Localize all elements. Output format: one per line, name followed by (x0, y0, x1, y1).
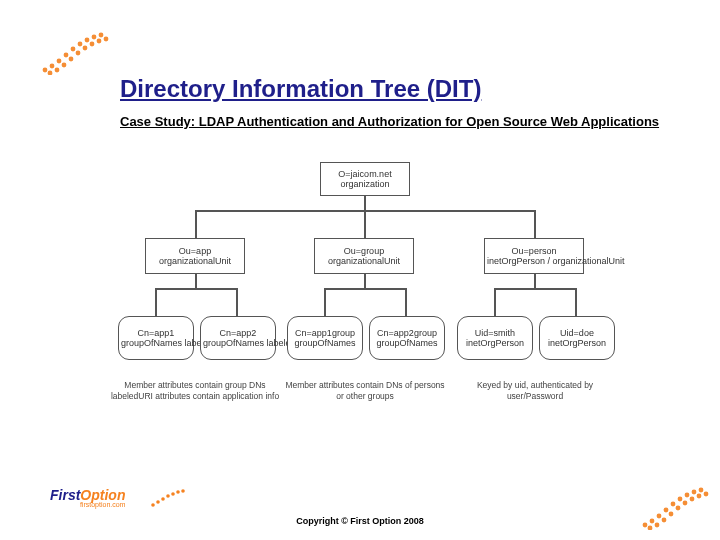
svg-point-4 (71, 47, 76, 52)
node-label: Uid=doe (542, 328, 612, 338)
svg-point-26 (699, 488, 704, 493)
caption-person: Keyed by uid, authenticated by user/Pass… (455, 380, 615, 401)
node-ou-person: Ou=person inetOrgPerson / organizational… (484, 238, 584, 274)
decorative-dots-top (40, 30, 110, 75)
svg-point-34 (697, 494, 702, 499)
company-logo: FirstOption firstoption.com (50, 487, 125, 508)
svg-point-13 (76, 51, 81, 56)
node-ou-group: Ou=group organizationalUnit (314, 238, 414, 274)
node-class: groupOfNames (372, 338, 442, 348)
svg-point-21 (664, 508, 669, 513)
svg-point-38 (161, 497, 165, 501)
leaf-person2: Uid=doe inetOrgPerson (539, 316, 615, 360)
svg-point-35 (704, 492, 709, 497)
svg-point-32 (683, 501, 688, 506)
slide-title: Directory Information Tree (DIT) (120, 75, 481, 103)
node-class: organizationalUnit (317, 256, 411, 266)
node-label: Cn=app1group (290, 328, 360, 338)
node-ou-app: Ou=app organizationalUnit (145, 238, 245, 274)
node-class: groupOfNames labeledURI (121, 338, 191, 348)
node-class: groupOfNames labeledURI (203, 338, 273, 348)
node-class: groupOfNames (290, 338, 360, 348)
leaf-group1: Cn=app1group groupOfNames (287, 316, 363, 360)
svg-point-25 (692, 490, 697, 495)
svg-point-6 (85, 38, 90, 43)
svg-point-37 (156, 500, 160, 504)
slide-subtitle: Case Study: LDAP Authentication and Auth… (120, 114, 670, 130)
svg-point-7 (92, 35, 97, 40)
svg-point-31 (676, 506, 681, 511)
logo-first: First (50, 487, 80, 503)
svg-point-39 (166, 494, 170, 498)
logo-dots-icon (150, 488, 190, 508)
svg-point-3 (64, 53, 69, 58)
svg-point-27 (648, 526, 653, 530)
svg-point-24 (685, 493, 690, 498)
node-label: O=jaicom.net (323, 169, 407, 179)
node-class: organization (323, 179, 407, 189)
leaf-group2: Cn=app2group groupOfNames (369, 316, 445, 360)
node-label: Cn=app2 (203, 328, 273, 338)
node-class: inetOrgPerson / organizationalUnit (487, 256, 581, 266)
svg-point-0 (43, 68, 48, 73)
svg-point-12 (69, 57, 74, 62)
node-label: Cn=app1 (121, 328, 191, 338)
svg-point-1 (50, 64, 55, 69)
node-label: Uid=smith (460, 328, 530, 338)
svg-point-36 (151, 503, 155, 507)
footer-copyright: Copyright © First Option 2008 (0, 516, 720, 526)
svg-point-14 (83, 46, 88, 51)
svg-point-9 (48, 71, 53, 75)
node-label: Ou=app (148, 246, 242, 256)
svg-point-2 (57, 59, 62, 64)
svg-point-41 (176, 490, 180, 494)
caption-group: Member attributes contain DNs of persons… (285, 380, 445, 401)
svg-point-15 (90, 42, 95, 47)
svg-point-5 (78, 42, 83, 47)
svg-point-23 (678, 497, 683, 502)
leaf-app2: Cn=app2 groupOfNames labeledURI (200, 316, 276, 360)
leaf-app1: Cn=app1 groupOfNames labeledURI (118, 316, 194, 360)
svg-point-17 (104, 37, 109, 42)
svg-point-33 (690, 497, 695, 502)
svg-point-10 (55, 68, 60, 73)
node-label: Cn=app2group (372, 328, 442, 338)
node-label: Ou=group (317, 246, 411, 256)
svg-point-42 (181, 489, 185, 493)
caption-app: Member attributes contain group DNslabel… (110, 380, 280, 401)
dit-diagram: O=jaicom.net organization Ou=app organiz… (110, 160, 620, 470)
node-class: inetOrgPerson (460, 338, 530, 348)
leaf-person1: Uid=smith inetOrgPerson (457, 316, 533, 360)
svg-point-11 (62, 63, 67, 68)
svg-point-8 (99, 33, 104, 38)
node-label: Ou=person (487, 246, 581, 256)
svg-point-40 (171, 492, 175, 496)
svg-point-22 (671, 502, 676, 507)
svg-point-16 (97, 39, 102, 44)
node-class: inetOrgPerson (542, 338, 612, 348)
node-root: O=jaicom.net organization (320, 162, 410, 196)
node-class: organizationalUnit (148, 256, 242, 266)
